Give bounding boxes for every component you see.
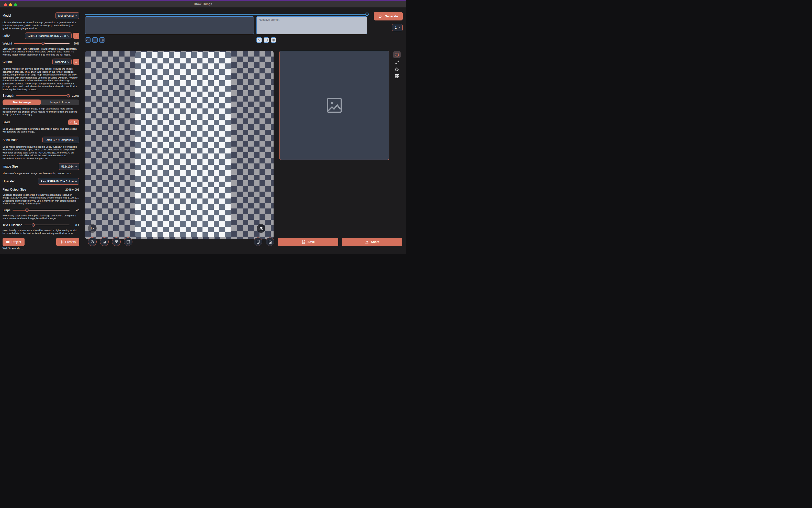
text-guidance-description: How "literally" the text input should be… xyxy=(3,229,79,236)
layers-button[interactable] xyxy=(257,224,265,233)
strength-label: Strength xyxy=(3,94,14,97)
image-generation-area[interactable] xyxy=(135,52,231,238)
close-window-button[interactable] xyxy=(4,3,7,6)
save-button[interactable]: Save xyxy=(278,238,338,246)
seed-description: Seed value determines how image generati… xyxy=(3,127,79,133)
progress-knob[interactable] xyxy=(365,12,369,16)
share-icon xyxy=(365,240,369,244)
play-negative-button[interactable] xyxy=(264,37,269,43)
selection-tool[interactable] xyxy=(124,238,132,246)
weight-slider-knob[interactable] xyxy=(41,42,45,45)
zoom-level-badge[interactable]: 1.x xyxy=(88,224,97,233)
tab-image-to-image[interactable]: Image to Image xyxy=(41,99,79,105)
folder-icon xyxy=(6,241,10,244)
magic-wand-tool[interactable] xyxy=(88,238,97,246)
tab-text-to-image[interactable]: Text to Image xyxy=(3,99,41,105)
zoom-window-button[interactable] xyxy=(14,3,17,6)
presets-button[interactable]: Presets xyxy=(56,238,79,246)
note-icon xyxy=(256,240,260,244)
brush-tool[interactable] xyxy=(112,238,121,246)
coffee-icon xyxy=(378,14,382,18)
prompt-input[interactable] xyxy=(85,16,254,34)
upscaler-dropdown[interactable]: Real-ESRGAN X4+ Anime xyxy=(38,178,79,185)
drawing-canvas[interactable] xyxy=(85,51,274,239)
upscaler-label: Upscaler xyxy=(3,179,14,183)
weight-slider[interactable] xyxy=(14,42,70,45)
grid-icon xyxy=(395,74,399,79)
attach-negative-button[interactable] xyxy=(257,37,262,43)
stop-icon xyxy=(100,38,104,42)
generate-button[interactable]: Generate xyxy=(374,12,403,20)
save-image-icon xyxy=(302,240,306,244)
text-guidance-value: 6.1 xyxy=(72,223,79,227)
layers-icon xyxy=(259,226,263,231)
chevron-down-icon xyxy=(75,165,77,167)
strength-slider-knob[interactable] xyxy=(67,94,70,97)
image-document-button[interactable] xyxy=(266,238,274,246)
strength-slider[interactable] xyxy=(16,94,70,97)
seed-mode-description: Seed mode determines how the seed is use… xyxy=(3,145,79,160)
steps-slider[interactable] xyxy=(12,208,70,212)
nodes-link-button[interactable] xyxy=(394,59,400,65)
add-control-button[interactable]: + xyxy=(73,59,79,65)
lora-label: LoRA xyxy=(3,34,10,38)
image-preview-panel[interactable] xyxy=(279,51,390,160)
status-text: Wait 3 seconds ... xyxy=(3,247,23,250)
stop-negative-button[interactable] xyxy=(271,37,276,43)
steps-slider-knob[interactable] xyxy=(25,208,29,212)
final-output-size-label: Final Output Size xyxy=(3,188,26,191)
control-dropdown[interactable]: Disabled xyxy=(52,58,72,65)
history-icon xyxy=(395,52,399,57)
minimize-window-button[interactable] xyxy=(9,3,12,6)
text-guidance-slider-knob[interactable] xyxy=(32,223,35,227)
eraser-tool[interactable] xyxy=(100,238,109,246)
grid-view-button[interactable] xyxy=(394,74,400,79)
model-description: Choose which model to use for image gene… xyxy=(3,21,79,30)
seed-randomize-button[interactable]: -1 xyxy=(68,120,79,125)
seed-mode-dropdown[interactable]: Torch CPU Compatible xyxy=(42,137,79,143)
chevron-down-icon xyxy=(398,26,400,29)
steps-description: How many steps are to be applied for ima… xyxy=(3,214,79,220)
text-guidance-slider[interactable] xyxy=(24,223,70,227)
chevron-down-icon xyxy=(75,14,77,16)
dice-icon xyxy=(74,121,77,124)
brush-icon xyxy=(114,240,119,244)
steps-value: 40 xyxy=(72,209,79,212)
seed-label: Seed xyxy=(3,121,10,124)
image-size-dropdown[interactable]: 512x1024 xyxy=(59,163,79,170)
stop-prompt-button[interactable] xyxy=(99,37,105,43)
nodes-icon xyxy=(395,60,399,65)
coffee-compatibility-button[interactable] xyxy=(394,66,400,72)
weight-value: 60% xyxy=(72,42,79,45)
play-prompt-button[interactable] xyxy=(92,37,98,43)
image-size-description: The size of the generated image. For bes… xyxy=(3,172,79,175)
negative-prompt-input[interactable] xyxy=(257,16,367,34)
weight-label: Weight xyxy=(3,42,12,45)
lora-dropdown[interactable]: GHIBLI_Background (SD v1.x) xyxy=(25,33,72,39)
notes-button[interactable] xyxy=(254,238,262,246)
settings-sidebar: Model MeinaPastel Choose which model to … xyxy=(3,10,79,235)
chevron-down-icon xyxy=(75,180,77,182)
image-doc-icon xyxy=(268,240,272,244)
play-icon xyxy=(265,38,268,42)
share-button[interactable]: Share xyxy=(342,238,402,246)
paperclip-icon xyxy=(86,38,89,42)
stop-icon xyxy=(272,38,275,42)
upscaler-description: Upscaler can help to generate a visually… xyxy=(3,194,79,205)
steps-label: Steps xyxy=(3,208,10,212)
control-description: Additive models can provide additional c… xyxy=(3,67,79,91)
chevron-down-icon xyxy=(67,60,69,63)
add-lora-button[interactable]: + xyxy=(73,33,79,39)
batch-count-dropdown[interactable]: 1 xyxy=(392,24,403,31)
title-bar: Draw Things xyxy=(0,1,406,7)
version-history-button[interactable] xyxy=(393,51,401,58)
generation-progress-bar[interactable] xyxy=(85,14,367,14)
final-output-size-value: 2048x4096 xyxy=(65,188,79,191)
seed-mode-label: Seed Mode xyxy=(3,138,18,142)
strength-description: When generating from an image, a high va… xyxy=(3,107,79,116)
model-dropdown[interactable]: MeinaPastel xyxy=(55,12,79,19)
attach-prompt-button[interactable] xyxy=(85,37,91,43)
sidebar-footer: Project Presets xyxy=(3,238,79,246)
selection-icon xyxy=(126,240,130,244)
project-button[interactable]: Project xyxy=(3,238,25,246)
